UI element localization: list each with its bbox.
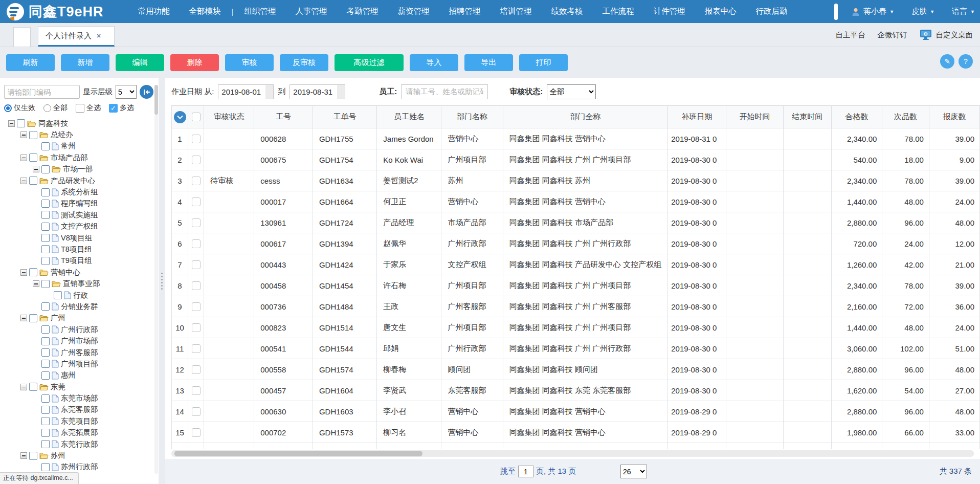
multi-select-checkbox[interactable]: ✓ (109, 104, 118, 113)
tree-item-东莞市场部[interactable]: 东莞市场部 (4, 392, 153, 404)
tree-item-总经办[interactable]: 总经办 (4, 129, 153, 140)
toolbar-button-高级过滤[interactable]: 高级过滤 (335, 54, 404, 71)
menu-item-9[interactable]: 绩效考核 (551, 6, 583, 17)
dept-code-input[interactable] (4, 85, 80, 99)
tree-item-东莞行政部[interactable]: 东莞行政部 (4, 438, 153, 450)
row-checkbox[interactable] (192, 281, 201, 290)
column-header-部门名称[interactable]: 部门名称 (441, 106, 503, 128)
tree-checkbox[interactable] (29, 383, 37, 391)
skin-menu[interactable]: 皮肤 ▼ (911, 7, 934, 16)
tree-item-苏州[interactable]: 苏州 (4, 450, 153, 461)
tree-checkbox[interactable] (29, 131, 37, 139)
tree-expander-icon[interactable] (20, 315, 27, 321)
table-row[interactable]: 5130961GDH1724产品经理市场产品部同鑫集团 同鑫科技 市场产品部20… (172, 212, 980, 233)
column-header-补班日期[interactable]: 补班日期 (668, 106, 726, 128)
wecom-dingtalk-link[interactable]: 企微钉钉 (878, 30, 907, 40)
tree-checkbox[interactable] (41, 348, 50, 357)
tree-item-广州客服部[interactable]: 广州客服部 (4, 347, 153, 358)
page-size-select[interactable]: 26 (620, 465, 647, 478)
tree-checkbox[interactable] (41, 360, 50, 368)
sidebar-scrollbar-thumb[interactable] (154, 85, 158, 115)
radio-all[interactable] (43, 104, 51, 112)
tree-checkbox[interactable] (29, 452, 37, 460)
tree-expander-icon[interactable] (20, 178, 27, 184)
tree-checkbox[interactable] (41, 165, 50, 173)
date-from-input[interactable] (218, 85, 265, 99)
row-checkbox[interactable] (192, 344, 201, 353)
select-all-checkbox[interactable] (76, 104, 84, 113)
date-picker-zone[interactable] (337, 85, 345, 99)
tree-checkbox[interactable] (41, 200, 50, 208)
column-header-结束时间[interactable]: 结束时间 (784, 106, 831, 128)
row-checkbox[interactable] (192, 386, 201, 395)
tree-item-文控产权组[interactable]: 文控产权组 (4, 221, 153, 232)
table-row[interactable]: 15000702GDH1573柳习名营销中心同鑫集团 同鑫科技 营销中心2019… (172, 422, 980, 443)
tree-item-T9项目组[interactable]: T9项目组 (4, 255, 153, 267)
page-number-input[interactable] (518, 466, 533, 477)
menu-item-6[interactable]: 薪资管理 (397, 6, 429, 17)
tree-item-T8项目组[interactable]: T8项目组 (4, 244, 153, 255)
menu-item-5[interactable]: 考勤管理 (346, 6, 378, 17)
toolbar-button-刷新[interactable]: 刷新 (6, 54, 55, 71)
tree-checkbox[interactable] (41, 211, 50, 219)
audit-status-select[interactable]: 全部 (547, 84, 596, 99)
column-header-部门全称[interactable]: 部门全称 (503, 106, 668, 128)
tree-expander-icon[interactable] (33, 280, 39, 287)
tree-item-东莞[interactable]: 东莞 (4, 381, 153, 392)
tree-expander-icon[interactable] (20, 269, 27, 276)
column-header-工号[interactable]: 工号 (254, 106, 313, 128)
tree-item-分销业务群[interactable]: 分销业务群 (4, 301, 153, 312)
tree-item-测试实施组[interactable]: 测试实施组 (4, 209, 153, 221)
tree-checkbox[interactable] (41, 223, 50, 231)
tree-checkbox[interactable] (29, 268, 37, 276)
menu-item-10[interactable]: 工作流程 (602, 6, 634, 17)
menu-item-13[interactable]: 行政后勤 (755, 6, 787, 17)
toolbar-button-新增[interactable]: 新增 (61, 54, 109, 71)
menu-item-8[interactable]: 培训管理 (500, 6, 531, 17)
tree-item-市场一部[interactable]: 市场一部 (4, 164, 153, 175)
table-row[interactable]: 3待审核cesssGDH1634姜哲测试2苏州同鑫集团 同鑫科技 苏州2019-… (172, 170, 980, 191)
tree-checkbox[interactable] (41, 234, 50, 242)
menu-item-1[interactable]: 常用功能 (138, 6, 170, 17)
table-row[interactable]: 7000443GDH1424于家乐文控产权组同鑫集团 同鑫科技 产品研发中心 文… (172, 254, 980, 275)
toolbar-button-打印[interactable]: 打印 (519, 54, 568, 71)
tree-expander-icon[interactable] (8, 120, 15, 127)
table-row[interactable]: 11000541GDH1544邱娟广州行政部同鑫集团 同鑫科技 广州 广州行政部… (172, 338, 980, 359)
row-checkbox[interactable] (192, 365, 201, 374)
radio-effective-only[interactable] (4, 104, 12, 112)
row-checkbox[interactable] (192, 156, 201, 164)
tree-checkbox[interactable] (41, 417, 50, 425)
panel-splitter[interactable] (159, 78, 165, 484)
row-checkbox[interactable] (192, 260, 201, 269)
date-picker-zone[interactable] (265, 85, 273, 99)
tree-item-同鑫科技[interactable]: 同鑫科技 (4, 118, 153, 129)
table-row[interactable]: 2000675GDH1754Ko Kok Wai广州项目部同鑫集团 同鑫科技 广… (172, 149, 980, 170)
tree-expander-icon[interactable] (20, 155, 27, 161)
date-to-input[interactable] (290, 85, 337, 99)
tree-item-东莞客服部[interactable]: 东莞客服部 (4, 404, 153, 415)
table-row[interactable]: 4000017GDH1664何卫正营销中心同鑫集团 同鑫科技 营销中心2019-… (172, 191, 980, 212)
row-checkbox[interactable] (192, 407, 201, 416)
tree-expander-icon[interactable] (20, 384, 27, 390)
tree-checkbox[interactable] (41, 371, 50, 380)
toolbar-button-导出[interactable]: 导出 (464, 54, 513, 71)
column-header-工单号[interactable]: 工单号 (313, 106, 376, 128)
tree-item-东莞项目部[interactable]: 东莞项目部 (4, 415, 153, 427)
column-chooser-button[interactable] (174, 111, 186, 123)
tree-checkbox[interactable] (41, 245, 50, 253)
horizontal-scrollbar[interactable] (171, 450, 974, 457)
tree-checkbox[interactable] (41, 406, 50, 414)
column-header-员工姓名[interactable]: 员工姓名 (377, 106, 441, 128)
menu-item-12[interactable]: 报表中心 (704, 6, 736, 17)
tree-checkbox[interactable] (29, 177, 37, 185)
tree-item-程序编写组[interactable]: 程序编写组 (4, 198, 153, 209)
menu-item-4[interactable]: 人事管理 (295, 6, 327, 17)
close-icon[interactable]: × (97, 32, 101, 40)
toolbar-button-审核[interactable]: 审核 (225, 54, 274, 71)
language-menu[interactable]: 语言 ▼ (952, 7, 975, 16)
toolbar-button-删除[interactable]: 删除 (170, 54, 219, 71)
user-menu[interactable]: 蒋小春 ▼ (851, 7, 894, 16)
menu-item-3[interactable]: 组织管理 (244, 6, 276, 17)
menu-item-7[interactable]: 招聘管理 (449, 6, 480, 17)
column-header-次品数[interactable]: 次品数 (882, 106, 929, 128)
